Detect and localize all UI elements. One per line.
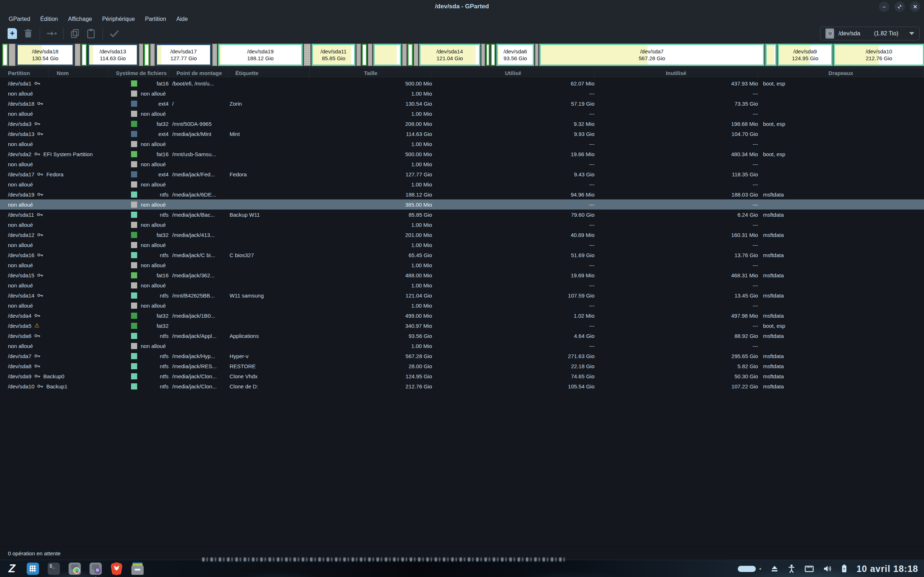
bar-block-/dev/sda16[interactable]	[373, 44, 401, 66]
zorin-menu-icon[interactable]: Z	[5, 562, 19, 575]
volume-icon[interactable]	[823, 565, 832, 573]
software-store-icon[interactable]	[26, 562, 40, 575]
eject-icon[interactable]	[771, 565, 779, 573]
table-row-/dev/sda14[interactable]: /dev/sda14ntfs/mnt/B42625BB...W11 samsun…	[0, 290, 924, 300]
table-row-/dev/sda13[interactable]: /dev/sda13ext4/media/jack/MintMint114.63…	[0, 129, 924, 139]
bar-block-/dev/sda12[interactable]	[362, 44, 367, 66]
table-row-unallocated[interactable]: non allouénon alloué1.00 Mio------	[0, 89, 924, 98]
bar-block-unallocated[interactable]	[150, 44, 155, 66]
table-row-/dev/sda5[interactable]: /dev/sda5⚠fat32340.97 Mio------boot, esp	[0, 321, 924, 331]
bar-block-unallocated[interactable]	[212, 44, 217, 66]
device-selector[interactable]: /dev/sda (1.82 Tio)	[820, 27, 920, 40]
menu-edition[interactable]: Édition	[36, 13, 63, 25]
menu-affichage[interactable]: Affichage	[63, 13, 97, 25]
menu-peripherique[interactable]: Périphérique	[97, 13, 140, 25]
table-row-unallocated[interactable]: non allouénon alloué1.00 Mio------	[0, 240, 924, 250]
table-row-/dev/sda16[interactable]: /dev/sda16ntfs/media/jack/C bi...C bios3…	[0, 250, 924, 260]
minimize-button[interactable]: –	[879, 2, 889, 12]
table-row-/dev/sda8[interactable]: /dev/sda8ntfs/media/jack/RES...RESTORE28…	[0, 361, 924, 371]
table-row-/dev/sda11[interactable]: /dev/sda11ntfs/media/jack/Bac...Backup W…	[0, 210, 924, 220]
bar-block-unallocated[interactable]	[535, 44, 538, 66]
table-row-/dev/sda7[interactable]: /dev/sda7ntfs/media/jack/Hyp...Hyper-v56…	[0, 351, 924, 361]
table-row-unallocated[interactable]: non allouénon alloué1.00 Mio------	[0, 159, 924, 169]
table-row-unallocated[interactable]: non allouénon alloué1.00 Mio------	[0, 139, 924, 149]
table-row-/dev/sda2[interactable]: /dev/sda2EFI System Partitionfat16/mnt/u…	[0, 149, 924, 159]
table-row-/dev/sda6[interactable]: /dev/sda6ntfs/media/jack/Appl...Applicat…	[0, 331, 924, 341]
bar-block-unallocated[interactable]	[9, 44, 16, 66]
terminal-icon[interactable]: $_	[47, 562, 61, 575]
disks-utility-icon[interactable]: ⚙	[89, 562, 102, 575]
table-row-unallocated[interactable]: non allouénon alloué1.00 Mio------	[0, 341, 924, 351]
paste-button[interactable]	[83, 26, 99, 41]
table-row-/dev/sda17[interactable]: /dev/sda17Fedoraext4/media/jack/Fed...Fe…	[0, 169, 924, 179]
menu-gparted[interactable]: GParted	[3, 13, 36, 25]
battery-icon[interactable]	[842, 564, 847, 573]
flags-value: msftdata	[758, 232, 924, 238]
menu-aide[interactable]: Aide	[171, 13, 193, 25]
bar-block-unallocated[interactable]	[481, 44, 485, 66]
gparted-icon[interactable]	[68, 562, 82, 575]
table-row-unallocated[interactable]: non allouénon alloué1.00 Mio------	[0, 179, 924, 189]
bar-block-/dev/sda8[interactable]	[765, 44, 777, 66]
table-row-/dev/sda19[interactable]: /dev/sda19ntfs/media/jack/6DE...188.12 G…	[0, 189, 924, 200]
table-row-unallocated[interactable]: non allouénon alloué1.00 Mio------	[0, 220, 924, 230]
table-row-unallocated[interactable]: non allouénon alloué1.00 Mio------	[0, 108, 924, 119]
resize-move-button[interactable]	[44, 26, 60, 41]
network-icon[interactable]	[804, 565, 814, 573]
table-row-unallocated[interactable]: non allouénon alloué1.00 Mio------	[0, 300, 924, 311]
table-row-/dev/sda18[interactable]: /dev/sda18ext4/Zorin130.54 Gio57.19 Gio7…	[0, 98, 924, 108]
bar-block-/dev/sda7[interactable]: /dev/sda7567.28 Gio	[539, 44, 764, 66]
table-row-/dev/sda10[interactable]: /dev/sda10Backup1ntfs/media/jack/Clon...…	[0, 381, 924, 391]
table-row-unallocated[interactable]: non allouénon alloué1.00 Mio------	[0, 280, 924, 290]
table-row-/dev/sda4[interactable]: /dev/sda4fat32/media/jack/1B0...499.00 M…	[0, 311, 924, 321]
bar-block-/dev/sda1[interactable]	[2, 44, 8, 66]
bar-block-/dev/sda2[interactable]	[144, 44, 149, 66]
brave-browser-icon[interactable]	[110, 562, 123, 575]
copy-button[interactable]	[67, 26, 83, 41]
bar-block-/dev/sda11[interactable]: /dev/sda1185.85 Gio	[312, 44, 355, 66]
bar-block-unallocated[interactable]	[368, 44, 373, 66]
table-row-/dev/sda15[interactable]: /dev/sda15fat16/media/jack/362...488.00 …	[0, 270, 924, 280]
unused-value: ---	[594, 161, 758, 167]
bar-block-/dev/sda10[interactable]: /dev/sda10212.76 Gio	[834, 44, 924, 66]
table-row-unallocated[interactable]: non allouénon alloué1.00 Mio------	[0, 260, 924, 270]
new-partition-button[interactable]	[4, 26, 20, 41]
table-row-unallocated[interactable]: non allouénon alloué385.00 Mio------	[0, 200, 924, 210]
table-row-/dev/sda12[interactable]: /dev/sda12fat32/media/jack/413...201.00 …	[0, 230, 924, 240]
bar-block-/dev/sda18[interactable]: /dev/sda18130.54 Gio	[16, 44, 74, 66]
mount-point: /mnt/B42625BB...	[168, 292, 228, 298]
table-row-/dev/sda1[interactable]: /dev/sda1fat16/boot/efi, /mnt/u...500.00…	[0, 78, 924, 89]
menu-partition[interactable]: Partition	[140, 13, 171, 25]
bar-block-/dev/sda3[interactable]	[81, 44, 87, 66]
bar-block-unallocated[interactable]	[356, 44, 361, 66]
archive-manager-icon[interactable]	[131, 562, 144, 575]
bar-block-/dev/sda14[interactable]: /dev/sda14121.04 Gio	[419, 44, 481, 66]
flags-value: msftdata	[758, 373, 924, 379]
table-row-/dev/sda9[interactable]: /dev/sda9Backup0ntfs/media/jack/Clon...C…	[0, 371, 924, 381]
delete-partition-button[interactable]	[20, 26, 36, 41]
bar-block-unallocated[interactable]	[139, 44, 144, 66]
filesystem-type: ntfs	[160, 384, 168, 390]
bar-block-/dev/sda15[interactable]	[407, 44, 413, 66]
bar-block-unallocated[interactable]	[414, 44, 418, 66]
bar-block-unallocated-selected[interactable]	[304, 44, 311, 66]
status-pill-icon[interactable]	[738, 566, 756, 572]
bar-block-/dev/sda4[interactable]	[486, 44, 490, 66]
taskbar-clock[interactable]: 10 avril 18:18	[856, 564, 918, 574]
bar-block-/dev/sda9[interactable]: /dev/sda9124.95 Gio	[777, 44, 833, 66]
table-row-/dev/sda3[interactable]: /dev/sda3fat32/mnt/50DA-9965208.00 Mio9.…	[0, 119, 924, 129]
accessibility-icon[interactable]	[788, 564, 795, 573]
bar-used-space	[375, 45, 397, 64]
filesystem-color-swatch	[131, 141, 137, 147]
restore-button[interactable]	[894, 2, 905, 12]
bar-block-unallocated[interactable]	[75, 44, 81, 66]
bar-block-/dev/sda13[interactable]: /dev/sda13114.63 Gio	[88, 44, 138, 66]
bar-block-/dev/sda6[interactable]: /dev/sda693.56 Gio	[496, 44, 534, 66]
close-button[interactable]: ✕	[910, 2, 921, 12]
filesystem-type: non alloué	[141, 262, 166, 268]
apply-operations-button[interactable]	[107, 26, 122, 41]
bar-block-/dev/sda5[interactable]	[491, 44, 496, 66]
bar-block-unallocated[interactable]	[402, 44, 407, 66]
bar-block-/dev/sda17[interactable]: /dev/sda17127.77 Gio	[155, 44, 212, 66]
bar-block-/dev/sda19[interactable]: /dev/sda19188.12 Gio	[218, 44, 302, 66]
